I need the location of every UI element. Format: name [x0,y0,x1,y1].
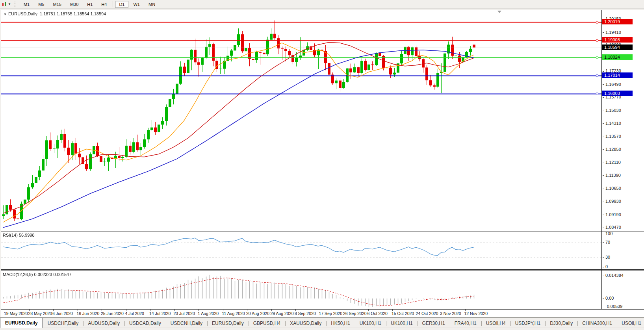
status-bar [0,328,644,330]
date-axis-label: 14 Jul 2020 [149,311,171,316]
chart-tab-dj30-daily[interactable]: DJ30,Daily [545,319,577,328]
date-axis-label: 12 Nov 2020 [464,311,488,316]
toolbar-grip-handle[interactable] [15,2,17,7]
date-axis-label: 6 Jun 2020 [52,311,73,316]
collapse-triangle-icon[interactable]: ▼ [4,13,7,16]
price-chart-canvas[interactable] [1,10,601,309]
chart-tab-eurusd-daily[interactable]: EURUSD,Daily [207,319,249,328]
date-axis-label: 24 Oct 2020 [416,311,438,316]
date-axis-label: 11 Aug 2020 [222,311,245,316]
level-price-flag: 1.20019 [602,19,633,24]
chart-tab-xauusd-daily[interactable]: XAUUSD,Daily [285,319,326,328]
price-axis-tick: 1.13570 [603,134,621,139]
rsi-indicator-label: RSI(14) 56.9998 [3,233,35,237]
timeframe-button-m5[interactable]: M5 [34,1,48,8]
date-axis-label: 17 Sep 2020 [319,311,343,316]
chart-tab-fra40-h1[interactable]: FRA40,H1 [450,319,481,328]
pane-separator[interactable] [1,231,644,231]
chart-type-dropdown-arrow-icon[interactable]: ▼ [8,2,11,6]
level-price-flag: 1.18024 [602,54,633,60]
timeframe-toolbar: ▼ M1M5M15M30H1H4D1W1MN [0,0,644,8]
date-axis-label: 20 Aug 2020 [246,311,269,316]
date-axis-label: 23 Jul 2020 [174,311,195,316]
date-axis-label: 3 Nov 2020 [440,311,461,316]
level-price-flag: 1.16003 [602,91,633,96]
timeframe-button-mn[interactable]: MN [145,1,159,8]
mt4-application-window: ▼ M1M5M15M30H1H4D1W1MN ▼EURUSD,Daily 1.1… [0,0,644,330]
timeframe-button-h4[interactable]: H4 [97,1,111,8]
chart-pane-container [1,10,602,310]
price-axis-tick: 1.08470 [603,225,621,230]
date-axis-label: 19 May 2020 [4,311,28,316]
chart-tab-ger30-h1[interactable]: GER30,H1 [418,319,450,328]
price-axis-tick: 1.10650 [603,186,621,191]
date-axis-label: 1 Aug 2020 [198,311,219,316]
indicator-axis-tick: -0.00539 [603,304,622,309]
chart-window-top-border [0,9,644,9]
chart-bottom-border [1,309,644,310]
chart-tab-eurusd-daily[interactable]: EURUSD,Daily [0,318,43,328]
macd-indicator-label: MACD(12,26,9) 0.002323 0.001547 [3,272,71,277]
level-price-flag: 1.17014 [602,72,633,78]
level-price-flag: 1.19008 [602,37,633,43]
date-axis[interactable]: 19 May 202028 May 20206 Jun 202016 Jun 2… [1,310,644,317]
chart-tab-usdcad-daily[interactable]: USDCAD,Daily [124,319,166,328]
price-axis-tick: 1.09930 [603,199,621,204]
chart-type-icon[interactable] [2,2,7,7]
chart-tab-usoil-h4[interactable]: USOil,H4 [481,319,510,328]
indicator-axis-tick: 70 [603,240,610,245]
indicator-axis-tick: 30 [603,255,610,260]
chart-tab-china300-h1[interactable]: CHINA300,H1 [577,319,617,328]
indicator-axis-tick: 0.014384 [603,273,624,278]
pane-separator[interactable] [1,269,644,270]
bid-price-flag: 1.18594 [602,44,633,50]
price-axis-tick: 1.12110 [603,160,621,165]
toolbar-separator [113,1,113,7]
chart-tab-usoil-h1[interactable]: USOil,H1 [617,319,644,328]
timeframe-button-m15[interactable]: M15 [49,1,65,8]
indicator-axis-tick: 0 [603,264,608,269]
chart-symbol-label: EURUSD,Daily [8,11,37,16]
price-axis-tick: 1.19410 [603,30,621,35]
date-axis-label: 25 Jun 2020 [101,311,124,316]
price-axis[interactable]: 1.201501.194101.186901.179501.172301.164… [602,10,644,310]
indicator-axis-tick: 0.00 [603,296,614,300]
chart-tab-usdjpy-h1[interactable]: USDJPY,H1 [510,319,545,328]
date-axis-label: 4 Jul 2020 [125,311,144,316]
chart-tab-hk50-h1[interactable]: HK50,H1 [326,319,355,328]
chart-title: ▼EURUSD,Daily 1.18751 1.18765 1.18564 1.… [4,11,106,16]
timeframe-button-w1[interactable]: W1 [129,1,144,8]
price-axis-tick: 1.14310 [603,121,621,126]
pane-separator[interactable] [1,232,644,232]
timeframe-button-m30[interactable]: M30 [66,1,82,8]
pane-separator[interactable] [1,271,644,271]
date-axis-label: 8 Sep 2020 [295,311,316,316]
chart-tab-gbpusd-h4[interactable]: GBPUSD,H4 [249,319,285,328]
chart-tab-uk100-h1[interactable]: UK100,H1 [386,319,417,328]
price-axis-tick: 1.16490 [603,82,621,87]
timeframe-button-d1[interactable]: D1 [115,1,128,8]
chart-tab-usdchf-daily[interactable]: USDCHF,Daily [43,319,84,328]
price-axis-tick: 1.12850 [603,147,621,152]
date-axis-label: 15 Oct 2020 [392,311,414,316]
chart-shift-marker-icon[interactable] [497,11,501,13]
chart-tab-audusd-daily[interactable]: AUDUSD,Daily [83,319,124,328]
date-axis-label: 26 Sep 2020 [343,311,367,316]
date-axis-label: 6 Oct 2020 [367,311,388,316]
price-axis-tick: 1.11390 [603,173,621,178]
date-axis-label: 28 May 2020 [28,311,52,316]
date-axis-label: 29 Aug 2020 [271,311,294,316]
timeframe-button-m1[interactable]: M1 [20,1,33,8]
timeframe-button-h1[interactable]: H1 [83,1,97,8]
chart-tab-usdcnh-daily[interactable]: USDCNH,Daily [166,319,207,328]
price-axis-tick: 1.15030 [603,108,621,113]
price-axis-tick: 1.09190 [603,212,621,217]
chart-tab-uk100-h1[interactable]: UK100,H1 [355,319,386,328]
date-axis-label: 16 Jun 2020 [77,311,100,316]
chart-ohlc-values: 1.18751 1.18765 1.18564 1.18594 [40,11,106,16]
chart-window-tabbar: EURUSD,DailyUSDCHF,DailyAUDUSD,DailyUSDC… [0,317,644,328]
